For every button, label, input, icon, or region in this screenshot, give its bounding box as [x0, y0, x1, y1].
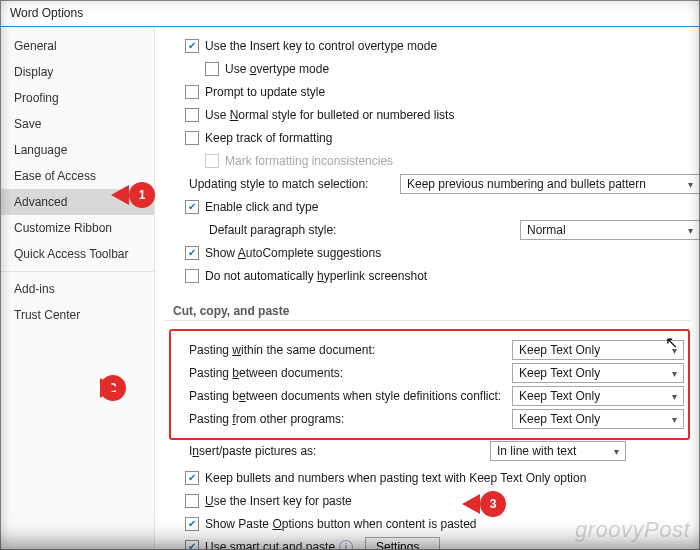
- chk-normal-style-lists[interactable]: [185, 108, 199, 122]
- mouse-cursor-icon: ↖: [665, 333, 678, 352]
- chk-show-paste-options[interactable]: [185, 517, 199, 531]
- lbl-show-paste-options: Show Paste Options button when content i…: [205, 517, 477, 531]
- sidebar-item-save[interactable]: Save: [0, 111, 154, 137]
- lbl-mark-inconsistencies: Mark formatting inconsistencies: [225, 154, 393, 168]
- dd-default-paragraph-style[interactable]: Normal ▾: [520, 220, 700, 240]
- chevron-down-icon: ▾: [683, 179, 697, 190]
- lbl-paste-between-conflict: Pasting between documents when style def…: [189, 389, 512, 403]
- lbl-click-and-type: Enable click and type: [205, 200, 318, 214]
- info-icon[interactable]: i: [339, 540, 353, 550]
- chk-insert-key-paste[interactable]: [185, 494, 199, 508]
- lbl-track-formatting: Keep track of formatting: [205, 131, 332, 145]
- lbl-insert-overtype: Use the Insert key to control overtype m…: [205, 39, 437, 53]
- lbl-paste-other: Pasting from other programs:: [189, 412, 512, 426]
- dd-paste-between-conflict-value: Keep Text Only: [519, 389, 600, 403]
- dd-paste-within[interactable]: Keep Text Only ▾: [512, 340, 684, 360]
- lbl-paste-within: Pasting within the same document:: [189, 343, 512, 357]
- dd-paste-pictures-value: In line with text: [497, 444, 576, 458]
- chk-smart-cut-paste[interactable]: [185, 540, 199, 550]
- chevron-down-icon: ▾: [609, 446, 623, 457]
- dd-insert-paste-pictures[interactable]: In line with text ▾: [490, 441, 626, 461]
- lbl-autocomplete: Show AutoComplete suggestions: [205, 246, 381, 260]
- sidebar-item-language[interactable]: Language: [0, 137, 154, 163]
- chk-track-formatting[interactable]: [185, 131, 199, 145]
- category-sidebar: General Display Proofing Save Language E…: [0, 27, 155, 549]
- dd-update-style-match[interactable]: Keep previous numbering and bullets patt…: [400, 174, 700, 194]
- chevron-down-icon: ▾: [683, 225, 697, 236]
- chk-insert-overtype[interactable]: [185, 39, 199, 53]
- sidebar-item-ease-of-access[interactable]: Ease of Access: [0, 163, 154, 189]
- section-cut-copy-paste: Cut, copy, and paste: [165, 294, 690, 321]
- smart-cut-paste-settings-button[interactable]: Settings...: [365, 537, 440, 550]
- annotation-callout-1: 1: [129, 182, 155, 208]
- dd-paste-between-conflict[interactable]: Keep Text Only ▾: [512, 386, 684, 406]
- lbl-paste-between: Pasting between documents:: [189, 366, 512, 380]
- lbl-default-paragraph-style: Default paragraph style:: [209, 223, 512, 237]
- dd-paste-within-value: Keep Text Only: [519, 343, 600, 357]
- sidebar-item-trust-center[interactable]: Trust Center: [0, 302, 154, 328]
- dd-default-pstyle-value: Normal: [527, 223, 566, 237]
- dd-paste-between-value: Keep Text Only: [519, 366, 600, 380]
- watermark-text: groovyPost: [575, 517, 690, 543]
- sidebar-item-proofing[interactable]: Proofing: [0, 85, 154, 111]
- lbl-keep-bullets-numbers: Keep bullets and numbers when pasting te…: [205, 471, 586, 485]
- dd-update-style-value: Keep previous numbering and bullets patt…: [407, 177, 646, 191]
- lbl-smart-cut-paste: Use smart cut and paste: [205, 540, 335, 550]
- chevron-down-icon: ▾: [667, 391, 681, 402]
- chk-overtype-mode[interactable]: [205, 62, 219, 76]
- chk-no-auto-hyperlink-screenshot[interactable]: [185, 269, 199, 283]
- dd-paste-other[interactable]: Keep Text Only ▾: [512, 409, 684, 429]
- sidebar-item-general[interactable]: General: [0, 33, 154, 59]
- paste-options-highlight-box: Pasting within the same document: Keep T…: [169, 329, 690, 440]
- chevron-down-icon: ▾: [667, 368, 681, 379]
- chk-click-and-type[interactable]: [185, 200, 199, 214]
- sidebar-item-display[interactable]: Display: [0, 59, 154, 85]
- chk-mark-inconsistencies: [205, 154, 219, 168]
- sidebar-item-customize-ribbon[interactable]: Customize Ribbon: [0, 215, 154, 241]
- sidebar-item-add-ins[interactable]: Add-ins: [0, 276, 154, 302]
- options-main-panel: Use the Insert key to control overtype m…: [155, 27, 700, 549]
- dd-paste-other-value: Keep Text Only: [519, 412, 600, 426]
- lbl-overtype-mode: Use overtype mode: [225, 62, 329, 76]
- window-title: Word Options: [0, 0, 700, 27]
- chk-autocomplete[interactable]: [185, 246, 199, 260]
- chk-prompt-update-style[interactable]: [185, 85, 199, 99]
- lbl-update-style-match: Updating style to match selection:: [189, 177, 392, 191]
- lbl-insert-key-paste: Use the Insert key for paste: [205, 494, 352, 508]
- sidebar-item-quick-access[interactable]: Quick Access Toolbar: [0, 241, 154, 267]
- dd-paste-between[interactable]: Keep Text Only ▾: [512, 363, 684, 383]
- lbl-normal-style-lists: Use Normal style for bulleted or numbere…: [205, 108, 454, 122]
- chk-keep-bullets-numbers[interactable]: [185, 471, 199, 485]
- annotation-callout-3: 3: [480, 491, 506, 517]
- chevron-down-icon: ▾: [667, 414, 681, 425]
- lbl-no-auto-hyperlink-screenshot: Do not automatically hyperlink screensho…: [205, 269, 427, 283]
- lbl-prompt-update-style: Prompt to update style: [205, 85, 325, 99]
